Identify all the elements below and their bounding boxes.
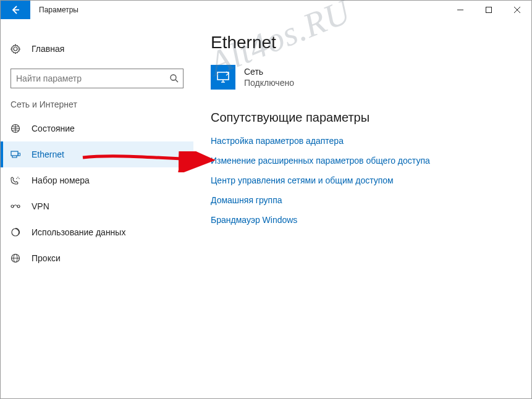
arrow-left-icon — [11, 5, 20, 15]
settings-window: Параметры Главная Сеть и Интерне — [0, 0, 532, 399]
svg-point-1 — [171, 75, 176, 80]
proxy-icon — [11, 253, 32, 263]
sidebar-home-label: Главная — [32, 44, 64, 54]
svg-rect-0 — [486, 7, 492, 13]
phone-icon — [11, 175, 32, 185]
network-name: Сеть — [244, 66, 294, 77]
network-entry[interactable]: Сеть Подключено — [211, 65, 519, 90]
window-title: Параметры — [30, 1, 78, 19]
titlebar: Параметры — [1, 1, 531, 19]
svg-point-8 — [11, 205, 14, 208]
search-box[interactable] — [11, 69, 184, 88]
link-advanced-sharing[interactable]: Изменение расширенных параметров общего … — [211, 156, 519, 166]
sidebar-category: Сеть и Интернет — [1, 99, 193, 116]
sidebar-item-label: Использование данных — [32, 227, 125, 237]
search-input[interactable] — [11, 74, 166, 83]
sidebar-item-proxy[interactable]: Прокси — [1, 245, 193, 271]
close-button[interactable] — [503, 1, 531, 19]
close-icon — [514, 7, 520, 13]
related-heading: Сопутствующие параметры — [211, 111, 519, 125]
main-content: Ethernet Сеть Подключено Сопутствующие п… — [193, 19, 531, 398]
svg-rect-4 — [19, 153, 20, 156]
sidebar-item-label: VPN — [32, 201, 49, 211]
svg-point-5 — [17, 177, 19, 178]
sidebar-item-label: Набор номера — [32, 175, 90, 185]
vpn-icon — [11, 201, 32, 211]
sidebar: Главная Сеть и Интернет Состояние Et — [1, 19, 193, 398]
minimize-icon — [457, 7, 463, 13]
page-title: Ethernet — [211, 33, 519, 52]
window-controls — [446, 1, 531, 19]
search-icon — [166, 74, 183, 83]
sidebar-home[interactable]: Главная — [1, 38, 193, 60]
svg-point-9 — [17, 205, 20, 208]
globe-icon — [11, 124, 32, 133]
sidebar-item-status[interactable]: Состояние — [1, 116, 193, 141]
svg-point-7 — [16, 178, 17, 179]
window-body: Главная Сеть и Интернет Состояние Et — [1, 19, 531, 398]
sidebar-item-label: Ethernet — [32, 149, 64, 159]
ethernet-icon — [11, 149, 32, 159]
back-button[interactable] — [1, 1, 30, 19]
data-usage-icon — [11, 227, 32, 237]
maximize-icon — [486, 7, 492, 13]
sidebar-item-ethernet[interactable]: Ethernet — [1, 141, 193, 167]
link-network-center[interactable]: Центр управления сетями и общим доступом — [211, 175, 519, 185]
sidebar-item-datausage[interactable]: Использование данных — [1, 219, 193, 245]
maximize-button[interactable] — [475, 1, 503, 19]
link-homegroup[interactable]: Домашняя группа — [211, 195, 519, 205]
monitor-icon — [211, 65, 235, 90]
svg-rect-3 — [11, 151, 18, 156]
link-adapter-settings[interactable]: Настройка параметров адаптера — [211, 136, 519, 146]
gear-icon — [11, 44, 32, 54]
link-firewall[interactable]: Брандмауэр Windows — [211, 215, 519, 225]
sidebar-item-dialup[interactable]: Набор номера — [1, 167, 193, 193]
sidebar-item-vpn[interactable]: VPN — [1, 193, 193, 219]
svg-rect-13 — [217, 72, 229, 80]
sidebar-item-label: Прокси — [32, 253, 61, 263]
svg-point-6 — [19, 178, 20, 179]
network-status: Подключено — [244, 77, 294, 88]
sidebar-item-label: Состояние — [32, 124, 75, 133]
minimize-button[interactable] — [446, 1, 475, 19]
